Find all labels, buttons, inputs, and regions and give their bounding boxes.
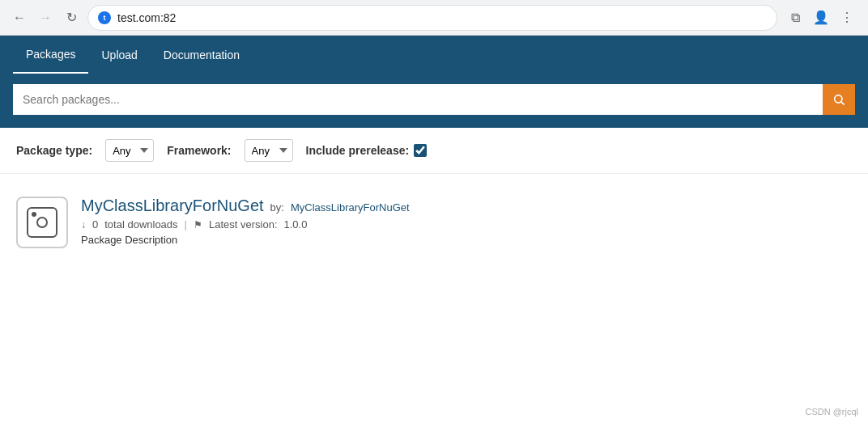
version-icon: ⚑ xyxy=(194,219,202,231)
latest-version-label: Latest version: xyxy=(209,218,278,231)
package-author[interactable]: MyClassLibraryForNuGet xyxy=(291,201,410,214)
meta-divider: | xyxy=(185,218,187,231)
package-list: MyClassLibraryForNuGet by: MyClassLibrar… xyxy=(0,174,868,271)
nav-documentation[interactable]: Documentation xyxy=(151,37,253,73)
downloads-count: 0 xyxy=(92,218,98,231)
prerelease-label: Include prerelease: xyxy=(306,144,410,157)
extensions-button[interactable]: ⧉ xyxy=(784,6,806,29)
url-text: test.com:82 xyxy=(117,11,176,24)
package-title-row: MyClassLibraryForNuGet by: MyClassLibrar… xyxy=(81,197,852,215)
package-icon xyxy=(16,197,68,248)
framework-label: Framework: xyxy=(167,144,231,157)
page-navbar: Packages Upload Documentation xyxy=(0,36,868,74)
package-icon-inner xyxy=(27,207,57,238)
filters-bar: Package type: Any Framework: Any Include… xyxy=(0,128,868,174)
prerelease-filter: Include prerelease: xyxy=(306,144,428,157)
package-by-label: by: xyxy=(270,201,284,214)
svg-line-1 xyxy=(841,102,845,105)
package-name[interactable]: MyClassLibraryForNuGet xyxy=(81,197,264,215)
prerelease-checkbox[interactable] xyxy=(414,144,427,157)
package-type-label: Package type: xyxy=(16,144,92,157)
package-type-select[interactable]: Any xyxy=(105,139,154,162)
package-icon-circle xyxy=(36,217,48,228)
package-icon-dot xyxy=(32,212,36,217)
forward-button[interactable]: → xyxy=(36,8,55,27)
nav-upload[interactable]: Upload xyxy=(88,37,150,73)
search-area xyxy=(0,74,868,128)
latest-version-value: 1.0.0 xyxy=(284,218,308,231)
menu-button[interactable]: ⋮ xyxy=(836,6,858,29)
downloads-icon: ↓ xyxy=(81,219,86,231)
back-button[interactable]: ← xyxy=(10,8,29,27)
svg-point-0 xyxy=(835,95,842,103)
search-input[interactable] xyxy=(13,84,823,115)
downloads-label: total downloads xyxy=(104,218,177,231)
address-bar[interactable]: t test.com:82 xyxy=(87,5,777,31)
browser-toolbar: ⧉ 👤 ⋮ xyxy=(784,6,858,29)
package-details: MyClassLibraryForNuGet by: MyClassLibrar… xyxy=(81,197,852,246)
framework-select[interactable]: Any xyxy=(245,139,293,162)
nav-packages[interactable]: Packages xyxy=(13,36,88,74)
package-item: MyClassLibraryForNuGet by: MyClassLibrar… xyxy=(16,187,852,258)
reload-button[interactable]: ↻ xyxy=(62,8,81,27)
favicon-icon: t xyxy=(98,11,111,24)
search-button[interactable] xyxy=(823,84,855,115)
package-description: Package Description xyxy=(81,234,852,246)
browser-chrome: ← → ↻ t test.com:82 ⧉ 👤 ⋮ xyxy=(0,0,868,36)
profile-button[interactable]: 👤 xyxy=(810,6,832,29)
package-meta: ↓ 0 total downloads | ⚑ Latest version: … xyxy=(81,218,852,231)
